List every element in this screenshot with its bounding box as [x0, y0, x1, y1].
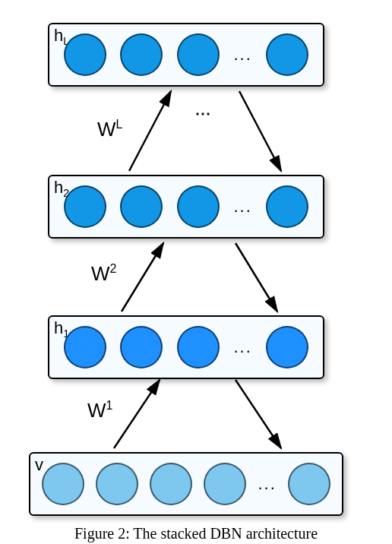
weight-main: W [97, 118, 116, 141]
layer-v-nodes: ... [30, 463, 342, 505]
weight-W2: W2 [91, 262, 116, 286]
node [204, 463, 246, 505]
svg-line-1 [239, 91, 281, 171]
node [120, 185, 163, 228]
node [120, 326, 163, 368]
node [266, 185, 308, 228]
node [64, 185, 106, 228]
weight-sup: L [116, 118, 123, 131]
vertical-ellipsis-icon: ⋮ [194, 106, 213, 125]
node [288, 463, 330, 505]
node [150, 463, 192, 505]
ellipsis-icon: ... [233, 337, 251, 357]
node [96, 463, 138, 505]
node [177, 326, 220, 368]
ellipsis-icon: ... [258, 474, 276, 494]
svg-line-5 [236, 380, 281, 448]
layer-hL-nodes: ... [49, 33, 323, 76]
svg-line-4 [114, 380, 160, 448]
node [177, 185, 220, 228]
ellipsis-icon: ... [233, 45, 251, 65]
weight-W1: W1 [87, 399, 112, 422]
node [120, 33, 163, 76]
figure-caption: Figure 2: The stacked DBN architecture [0, 525, 392, 542]
weight-sup: 2 [110, 262, 117, 275]
layer-hL: hL ... [48, 23, 324, 87]
dbn-diagram: hL ... ⋮ h2 ... h1 [0, 0, 392, 544]
svg-line-0 [129, 91, 171, 171]
node [42, 463, 84, 505]
weight-main: W [87, 399, 106, 422]
svg-line-2 [122, 243, 163, 312]
node [177, 33, 220, 76]
node [64, 33, 106, 76]
node [266, 326, 308, 368]
weight-sup: 1 [106, 399, 113, 412]
weight-WL: WL [97, 118, 122, 141]
ellipsis-icon: ... [233, 197, 251, 217]
node [64, 326, 106, 368]
layer-h2-nodes: ... [49, 185, 323, 228]
layer-h1: h1 ... [48, 315, 324, 379]
layer-h1-nodes: ... [49, 326, 323, 368]
node [266, 33, 308, 76]
weight-main: W [91, 262, 110, 285]
layer-h2: h2 ... [48, 175, 324, 239]
layer-v: v ... [29, 452, 343, 516]
svg-line-3 [236, 243, 277, 312]
